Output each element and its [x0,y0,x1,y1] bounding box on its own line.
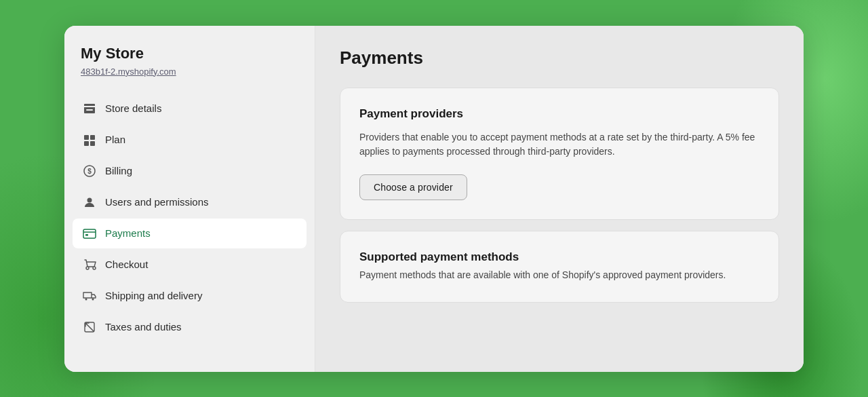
store-url[interactable]: 483b1f-2.myshopify.com [81,67,176,77]
supported-payment-methods-card: Supported payment methods Payment method… [340,231,779,303]
page-title: Payments [340,48,779,69]
sidebar-item-store-details[interactable]: Store details [73,94,307,124]
svg-rect-1 [90,135,95,140]
sidebar-item-shipping-delivery-label: Shipping and delivery [105,290,202,301]
store-icon [82,101,97,116]
svg-rect-0 [84,135,89,140]
supported-payment-methods-title: Supported payment methods [359,250,760,264]
svg-point-10 [92,298,94,300]
sidebar-item-store-details-label: Store details [105,102,161,114]
supported-payment-methods-description: Payment methods that are available with … [359,268,760,283]
sidebar-item-taxes-duties[interactable]: Taxes and duties [73,312,307,342]
sidebar-item-payments[interactable]: Payments [73,219,307,248]
sidebar-item-taxes-duties-label: Taxes and duties [105,321,182,333]
sidebar-item-plan-label: Plan [105,134,125,145]
app-window: My Store 483b1f-2.myshopify.com Store de… [64,26,804,372]
sidebar-item-billing-label: Billing [105,165,132,176]
svg-point-6 [87,197,92,202]
sidebar-item-billing[interactable]: $ Billing [73,156,307,186]
sidebar-item-plan[interactable]: Plan [73,125,307,155]
svg-text:$: $ [87,168,92,175]
billing-icon: $ [82,164,97,178]
svg-rect-8 [85,234,88,236]
sidebar-item-payments-label: Payments [105,227,151,239]
users-icon [82,195,97,210]
svg-rect-3 [90,141,95,146]
sidebar-item-users-permissions[interactable]: Users and permissions [73,187,307,217]
svg-rect-7 [83,229,96,238]
sidebar-item-users-permissions-label: Users and permissions [105,196,209,208]
choose-provider-button[interactable]: Choose a provider [359,174,467,200]
svg-point-9 [85,298,87,300]
sidebar-item-checkout-label: Checkout [105,259,148,270]
sidebar-item-checkout[interactable]: Checkout [73,250,307,280]
payment-providers-card: Payment providers Providers that enable … [340,88,779,220]
svg-rect-2 [84,141,89,146]
sidebar-item-shipping-delivery[interactable]: Shipping and delivery [73,281,307,311]
store-header: My Store 483b1f-2.myshopify.com [64,26,315,91]
store-name: My Store [81,45,298,62]
sidebar: My Store 483b1f-2.myshopify.com Store de… [64,26,315,372]
payment-providers-title: Payment providers [359,107,760,121]
shipping-icon [82,288,97,303]
payment-providers-description: Providers that enable you to accept paym… [359,130,760,159]
plan-icon [82,132,97,147]
taxes-icon [82,320,97,335]
main-content: Payments Payment providers Providers tha… [315,26,804,372]
sidebar-nav: Store details Plan $ Billing [64,91,315,345]
payments-icon [82,226,97,241]
checkout-icon [82,257,97,272]
